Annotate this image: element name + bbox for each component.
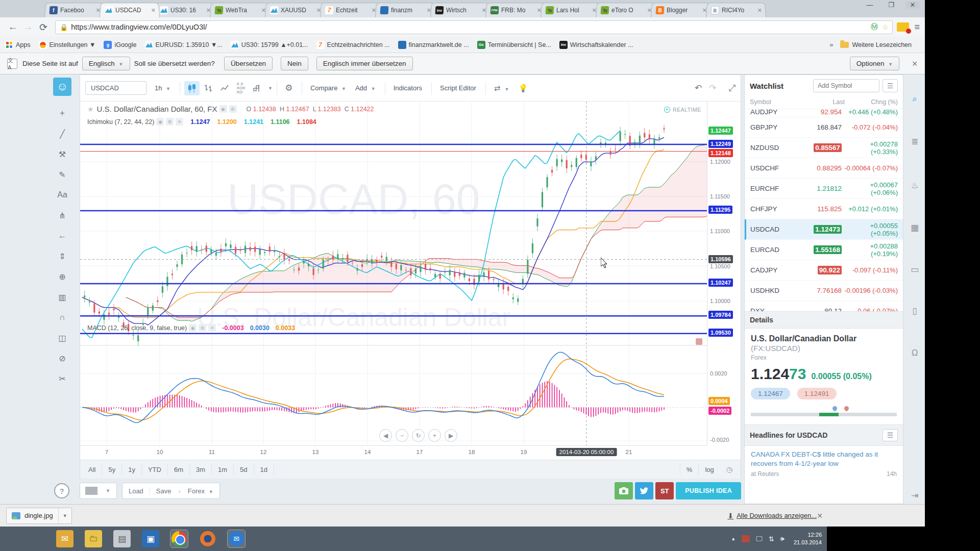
pitchfork-tool[interactable]: ⋔ bbox=[53, 205, 71, 226]
watchlist-row-eurcad[interactable]: EURCAD1.55168+0.00288 (+0.19%) bbox=[745, 240, 903, 260]
headline-item[interactable]: CANADA FX DEBT-C$ little changed as it r… bbox=[745, 446, 903, 482]
options-dropdown[interactable]: Optionen ▼ bbox=[850, 57, 899, 70]
emoticon-tool[interactable]: ☺ bbox=[53, 78, 71, 96]
bookmark-item[interactable]: giGoogle bbox=[104, 41, 136, 49]
help-button[interactable]: ? bbox=[54, 483, 69, 498]
range-1m[interactable]: 1m bbox=[212, 464, 234, 475]
watchlist-row-cadjpy[interactable]: CADJPY90.922-0.097 (-0.11%) bbox=[745, 260, 903, 281]
tab-webtra[interactable]: 🐂WebTra✕ bbox=[210, 3, 270, 17]
range-all[interactable]: All bbox=[82, 464, 102, 475]
minimize-button[interactable]: — bbox=[863, 1, 877, 9]
tray-expand-icon[interactable]: ▲ bbox=[731, 536, 736, 541]
bookmark-item[interactable]: GoTerminübersicht | Se... bbox=[477, 41, 551, 49]
chart-properties-gear-icon[interactable]: ⚙ bbox=[281, 81, 297, 95]
taskbar-screen-app-icon[interactable]: ▣ bbox=[142, 530, 159, 547]
chart-nav-button[interactable]: ↻ bbox=[412, 429, 425, 442]
tray-volume-icon[interactable]: 🕪 bbox=[780, 535, 785, 543]
tab-usdcad[interactable]: USDCAD✕ bbox=[100, 3, 160, 17]
candles-style-icon[interactable] bbox=[184, 81, 200, 95]
tab-etoro-o[interactable]: 🐂eToro O✕ bbox=[596, 3, 656, 17]
bookmark-item[interactable]: Apps bbox=[5, 41, 31, 49]
headlines-menu-icon[interactable]: ☰ bbox=[883, 429, 898, 441]
category-dropdown[interactable]: Forex ▼ bbox=[182, 487, 219, 495]
url-text[interactable]: https://www.tradingview.com/e/0DLyuO3l/ bbox=[71, 23, 867, 31]
interval-dropdown[interactable]: 1h ▼ bbox=[151, 82, 175, 94]
scale-percent[interactable]: % bbox=[680, 464, 699, 475]
scissors-tool[interactable]: ✂ bbox=[53, 368, 71, 389]
bookmark-item[interactable]: finanzmarktwelt.de ... bbox=[398, 41, 469, 49]
collapse-panel-icon[interactable]: ⇥ bbox=[909, 490, 921, 501]
crosshair-tool[interactable]: + bbox=[53, 103, 71, 123]
watchlist-row-audjpy[interactable]: AUDJPY92.954+0.446 (+0.48%) bbox=[745, 109, 903, 117]
download-shelf-close-icon[interactable]: ✕ bbox=[817, 512, 823, 520]
bookmark-item[interactable]: Einstellungen ▼ bbox=[39, 41, 96, 49]
chrome-menu-icon[interactable]: ≡ bbox=[914, 22, 920, 33]
watchlist-row-dxy[interactable]: DXY80.12-0.06 (-0.07%) bbox=[745, 301, 903, 311]
strategies-dropdown[interactable]: ⇄ ▼ bbox=[490, 81, 513, 95]
taskbar-thunderbird-icon[interactable]: ✉ bbox=[228, 530, 245, 547]
download-caret-icon[interactable]: ▼ bbox=[59, 513, 71, 518]
taskbar-chrome-icon[interactable] bbox=[170, 530, 188, 547]
tray-recorder-icon[interactable] bbox=[742, 535, 750, 542]
add-symbol-input[interactable] bbox=[813, 79, 879, 92]
taskbar-mail-app-icon[interactable]: ✉ bbox=[56, 530, 74, 547]
tab-wirtsch[interactable]: InvWirtsch✕ bbox=[430, 3, 491, 17]
bookmark-item[interactable]: InvWirtschaftskalender ... bbox=[559, 41, 633, 49]
price-macd-chart[interactable]: USDCAD, 60U.S. Dollar/Canadian Dollar bbox=[80, 102, 707, 445]
taskbar-clock[interactable]: 12:26 21.03.2014 bbox=[794, 531, 822, 547]
taskbar-media-app-icon[interactable]: ▤ bbox=[113, 530, 131, 547]
watchlist-row-usdchf[interactable]: USDCHF0.88295-0.00064 (-0.07%) bbox=[745, 158, 903, 179]
undo-icon[interactable]: ↶ bbox=[695, 83, 702, 93]
show-all-downloads-link[interactable]: ⬇ Alle Downloads anzeigen... bbox=[727, 512, 817, 520]
taskbar-explorer-icon[interactable]: 🗀 bbox=[85, 530, 102, 547]
watchlist-row-eurchf[interactable]: EURCHF1.21812+0.00067 (+0.06%) bbox=[745, 179, 903, 199]
slash-tool[interactable]: ⊘ bbox=[53, 348, 71, 368]
watchlist-row-usdcad[interactable]: USDCAD1.12473+0.00055 (+0.05%) bbox=[745, 219, 903, 240]
bookmark-star-icon[interactable]: ☆ bbox=[882, 23, 889, 31]
chart-nav-button[interactable]: ◀ bbox=[379, 429, 392, 442]
timezone-clock-icon[interactable]: ◷ bbox=[720, 465, 739, 473]
tab-close-icon[interactable]: ✕ bbox=[757, 7, 762, 14]
back-icon[interactable]: ← bbox=[5, 21, 20, 33]
compare-dropdown[interactable]: Compare ▼ bbox=[306, 82, 350, 94]
bars-style-icon[interactable] bbox=[201, 81, 216, 95]
chart-nav-button[interactable]: ▶ bbox=[445, 429, 457, 442]
translate-button[interactable]: Übersetzen bbox=[224, 57, 273, 70]
maximize-button[interactable]: ❐ bbox=[884, 1, 898, 9]
wave-tool[interactable]: ∩ bbox=[53, 307, 71, 328]
bookmark-item[interactable]: 7Echtzeitnachrichten ... bbox=[316, 41, 390, 49]
tab-lars-hol[interactable]: 🐂Lars Hol✕ bbox=[541, 3, 601, 17]
alerts-bell-icon[interactable]: Ω bbox=[909, 348, 921, 358]
tray-display-icon[interactable]: 🖵 bbox=[756, 535, 763, 543]
snapshot-camera-button[interactable] bbox=[615, 482, 633, 499]
tab-frb-mo[interactable]: FRBFRB: Mo✕ bbox=[485, 3, 546, 17]
download-item[interactable]: dingle.jpg ▼ bbox=[6, 508, 72, 524]
brush-tool[interactable]: ✎ bbox=[53, 164, 71, 185]
always-translate-button[interactable]: Englisch immer übersetzen bbox=[316, 57, 413, 70]
save-button[interactable]: Save bbox=[150, 487, 178, 495]
watchlist-row-chfjpy[interactable]: CHFJPY115.825+0.012 (+0.01%) bbox=[745, 199, 903, 219]
bars-pattern-tool[interactable]: ▥ bbox=[53, 287, 71, 307]
script-editor-button[interactable]: Script Editor bbox=[436, 82, 480, 94]
watchlist-row-nzdusd[interactable]: NZDUSD0.85567+0.00278 (+0.33%) bbox=[745, 138, 903, 158]
tab-rici4yo[interactable]: 🗎RICI4Yo✕ bbox=[706, 3, 766, 17]
watchlist-menu-icon[interactable]: ☰ bbox=[883, 79, 898, 92]
bookmark-item[interactable]: US30: 15799 ▲+0.01... bbox=[231, 41, 308, 49]
arrow-left-tool[interactable]: ← bbox=[53, 226, 71, 246]
range-5d[interactable]: 5d bbox=[234, 464, 254, 475]
tab-finanzm[interactable]: finanzm✕ bbox=[375, 3, 435, 17]
gavel-tool[interactable]: ⚒ bbox=[53, 144, 71, 164]
translate-close-icon[interactable]: ✕ bbox=[912, 60, 918, 68]
range-6m[interactable]: 6m bbox=[168, 464, 190, 475]
load-button[interactable]: Load bbox=[122, 487, 150, 495]
other-bookmarks-folder[interactable]: Weitere Lesezeichen bbox=[840, 41, 912, 48]
watchlist-row-gbpjpy[interactable]: GBPJPY168.847-0.072 (-0.04%) bbox=[745, 117, 903, 138]
price-axis[interactable]: 1.124471.122491.121481.120001.115001.112… bbox=[707, 102, 742, 445]
twitter-button[interactable] bbox=[635, 482, 653, 499]
language-dropdown[interactable]: Englisch ▼ bbox=[82, 57, 130, 70]
bookmarks-overflow-chevron[interactable]: » bbox=[829, 41, 833, 48]
compare-box-tool[interactable]: ◫ bbox=[53, 328, 71, 348]
add-dropdown[interactable]: Add ▼ bbox=[351, 82, 380, 94]
hotlists-icon[interactable]: ♨ bbox=[909, 180, 921, 191]
macd-pane-button[interactable] bbox=[696, 338, 702, 345]
